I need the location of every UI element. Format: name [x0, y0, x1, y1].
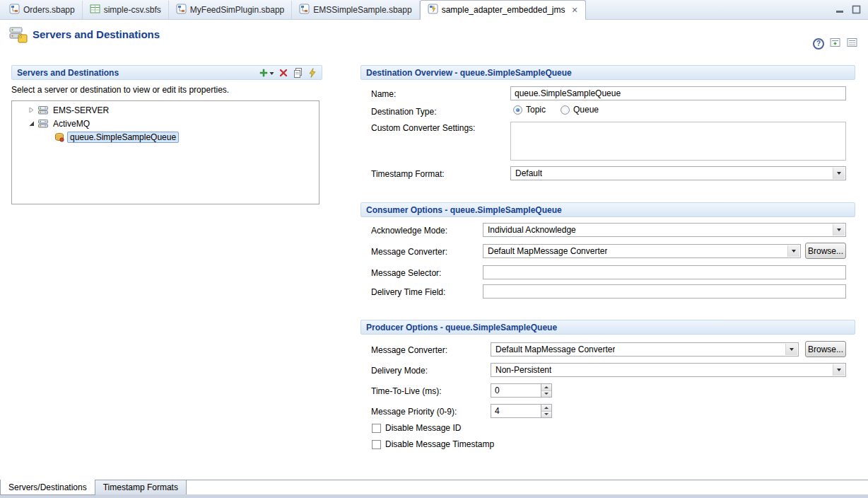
acknowledge-mode-value: Individual Acknowledge	[488, 225, 576, 235]
queue-radio[interactable]	[561, 105, 570, 115]
section-header: Consumer Options - queue.SimpleSampleQue…	[360, 202, 855, 217]
custom-converter-settings-textarea[interactable]	[510, 122, 846, 161]
section-title: Destination Overview - queue.SimpleSampl…	[366, 68, 572, 78]
combo-arrow-button[interactable]	[833, 168, 845, 179]
consumer-options-section: Consumer Options - queue.SimpleSampleQue…	[360, 202, 855, 320]
combo-arrow-button[interactable]	[833, 224, 845, 236]
message-selector-label: Message Selector:	[371, 268, 441, 278]
producer-browse-button[interactable]: Browse...	[805, 341, 846, 357]
editor-tab-orders-sbapp[interactable]: Orders.sbapp	[2, 1, 83, 19]
chevron-down-icon	[837, 369, 841, 371]
section-title: Producer Options - queue.SimpleSampleQue…	[366, 323, 557, 332]
timestamp-format-select[interactable]: Default	[510, 166, 846, 180]
queue-radio-label: Queue	[573, 105, 599, 115]
time-to-live-input[interactable]	[491, 383, 541, 398]
editor-tab-emssimplesample-sbapp[interactable]: EMSSimpleSample.sbapp	[292, 1, 419, 19]
message-priority-spinner[interactable]	[491, 404, 552, 418]
bottom-tab-bar: Servers/Destinations Timestamp Formats	[0, 480, 868, 494]
help-icon[interactable]: ?	[813, 38, 824, 50]
combo-arrow-button[interactable]	[787, 245, 799, 257]
copy-button[interactable]	[293, 67, 303, 78]
producer-message-converter-value: Default MapMessage Converter	[495, 344, 615, 354]
servers-panel-description: Select a server or destination to view o…	[11, 85, 322, 95]
tab-timestamp-formats[interactable]: Timestamp Formats	[95, 480, 187, 495]
delete-button[interactable]	[279, 69, 288, 77]
combo-arrow-button[interactable]	[785, 344, 797, 355]
chevron-down-icon	[837, 172, 841, 175]
section-title: Consumer Options - queue.SimpleSampleQue…	[366, 205, 562, 215]
tree-item-activemq[interactable]: ActiveMQ	[12, 117, 319, 130]
server-icon	[37, 118, 49, 129]
maximize-icon[interactable]	[852, 5, 861, 16]
expand-all-icon[interactable]	[830, 37, 841, 50]
combo-arrow-button[interactable]	[833, 364, 845, 376]
editor-tab-simple-csv-sbfs[interactable]: simple-csv.sbfs	[83, 1, 169, 19]
minimize-icon[interactable]	[835, 5, 845, 16]
message-priority-input[interactable]	[491, 404, 541, 418]
delivery-mode-label: Delivery Mode:	[371, 366, 428, 376]
producer-message-converter-select[interactable]: Default MapMessage Converter	[491, 342, 799, 357]
chevron-expanded-icon[interactable]	[28, 120, 35, 127]
acknowledge-mode-label: Acknowledge Mode:	[371, 226, 447, 236]
disable-message-id-checkbox[interactable]	[372, 424, 381, 433]
editor-tab-label: simple-csv.sbfs	[104, 5, 161, 15]
disable-message-timestamp-checkbox[interactable]	[372, 440, 381, 449]
sbapp-file-icon	[176, 4, 187, 16]
page-title: Servers and Destinations	[33, 28, 160, 40]
section-header: Destination Overview - queue.SimpleSampl…	[360, 65, 855, 80]
collapse-all-icon[interactable]	[847, 37, 858, 50]
acknowledge-mode-select[interactable]: Individual Acknowledge	[483, 223, 846, 237]
destination-overview-section: Destination Overview - queue.SimpleSampl…	[360, 65, 855, 202]
close-icon[interactable]: ✕	[571, 6, 577, 15]
name-input[interactable]	[510, 86, 846, 100]
destination-type-label: Destination Type:	[371, 107, 437, 117]
server-tree[interactable]: EMS-SERVER ActiveMQ queue.SimpleSampleQu…	[11, 100, 319, 204]
editor-tab-label: EMSSimpleSample.sbapp	[313, 5, 411, 15]
wizard-button[interactable]	[308, 68, 317, 78]
editor-tab-sample-adapter-embedded-jms[interactable]: sample_adapter_embedded_jms ✕	[420, 0, 586, 20]
sbfs-file-icon	[90, 4, 100, 16]
add-server-button[interactable]	[259, 68, 274, 78]
tab-servers-destinations[interactable]: Servers/Destinations	[0, 480, 95, 495]
spinner-up-button[interactable]	[541, 384, 551, 391]
consumer-browse-button[interactable]: Browse...	[805, 243, 846, 259]
servers-section-header: Servers and Destinations	[11, 65, 322, 80]
topic-radio-label: Topic	[526, 105, 546, 115]
spinner-up-button[interactable]	[541, 405, 551, 412]
consumer-message-converter-select[interactable]: Default MapMessage Converter	[483, 244, 801, 258]
message-priority-label: Message Priority (0-9):	[371, 407, 457, 417]
tree-item-queue-simplesamplequeue[interactable]: queue.SimpleSampleQueue	[12, 130, 319, 144]
chevron-up-icon	[544, 407, 549, 409]
tree-item-ems-server[interactable]: EMS-SERVER	[12, 103, 319, 117]
chevron-down-icon	[544, 393, 549, 395]
chevron-down-icon	[792, 250, 796, 253]
servers-and-destinations-icon	[9, 26, 29, 47]
consumer-message-converter-label: Message Converter:	[371, 247, 447, 257]
chevron-up-icon	[544, 386, 549, 388]
editor-tab-label: MyFeedSimPlugin.sbapp	[190, 5, 284, 15]
adapter-file-icon	[428, 4, 438, 16]
disable-message-timestamp-label: Disable Message Timestamp	[385, 439, 494, 449]
chevron-down-icon[interactable]	[269, 68, 274, 78]
name-label: Name:	[371, 89, 396, 99]
window-bottom-edge	[0, 494, 868, 498]
topic-radio[interactable]	[513, 105, 522, 115]
producer-message-converter-label: Message Converter:	[371, 345, 447, 355]
disable-message-id-label: Disable Message ID	[385, 423, 461, 433]
spinner-down-button[interactable]	[541, 412, 551, 418]
tree-item-label: queue.SimpleSampleQueue	[67, 132, 179, 143]
sbapp-file-icon	[299, 4, 310, 16]
timestamp-format-value: Default	[515, 168, 542, 178]
editor-tab-label: Orders.sbapp	[23, 5, 75, 15]
page-header: Servers and Destinations ?	[0, 21, 868, 64]
producer-options-section: Producer Options - queue.SimpleSampleQue…	[360, 320, 855, 480]
delivery-time-field-input[interactable]	[483, 284, 846, 299]
spinner-down-button[interactable]	[541, 391, 551, 398]
delivery-mode-select[interactable]: Non-Persistent	[491, 363, 846, 377]
time-to-live-spinner[interactable]	[491, 383, 552, 398]
message-selector-input[interactable]	[483, 265, 846, 279]
chevron-right-icon[interactable]	[28, 107, 35, 113]
timestamp-format-label: Timestamp Format:	[371, 169, 445, 179]
server-icon	[37, 105, 49, 116]
editor-tab-myfeedsimplugin-sbapp[interactable]: MyFeedSimPlugin.sbapp	[169, 1, 292, 19]
